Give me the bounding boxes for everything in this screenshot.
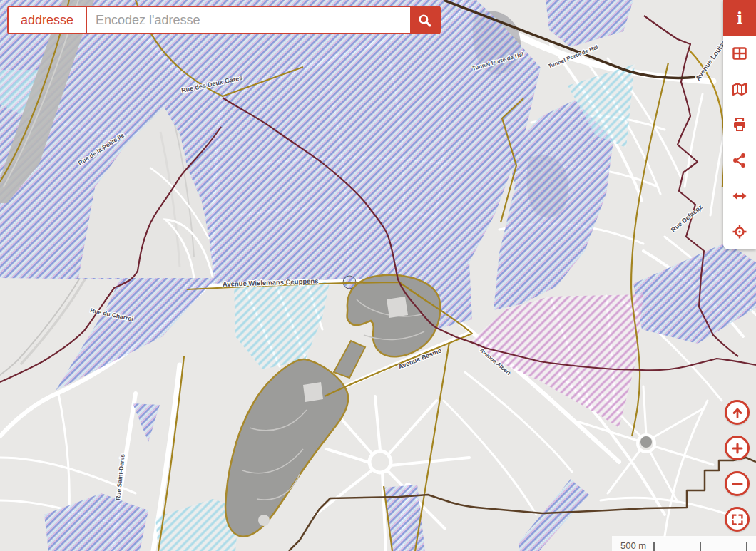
- toolbar-share-button[interactable]: [723, 143, 756, 178]
- toolbar-map-button[interactable]: [723, 71, 756, 107]
- map-app: { "app": { "accent_red": "#cf3f2e", "map…: [0, 0, 756, 551]
- fullscreen-icon: [730, 512, 745, 527]
- fullscreen-button[interactable]: [725, 507, 750, 532]
- locate-icon: [731, 223, 748, 240]
- map-zoom-controls: [725, 400, 750, 542]
- search-icon: [417, 13, 432, 28]
- pan-up-button[interactable]: [725, 400, 750, 425]
- plus-icon: [730, 441, 745, 456]
- swap-horizontal-icon: [731, 187, 748, 205]
- table-icon: [731, 45, 748, 62]
- map-icon: [731, 81, 748, 98]
- map-canvas[interactable]: Rue des Deux Gares Rue de la Petite Ile …: [0, 0, 756, 551]
- search-button[interactable]: [410, 7, 439, 33]
- search-category-label: addresse: [9, 7, 87, 33]
- scale-bar-label: 500 m: [620, 540, 646, 551]
- svg-text:i: i: [737, 9, 742, 27]
- share-icon: [731, 152, 748, 169]
- toolbar-locate-button[interactable]: [723, 214, 756, 249]
- zoom-out-button[interactable]: [725, 471, 750, 496]
- toolbar-info-button[interactable]: i: [723, 0, 756, 36]
- toolbar-table-button[interactable]: [723, 36, 756, 71]
- roundabout-blob: [640, 436, 652, 448]
- info-icon: i: [730, 9, 749, 27]
- toolbar-print-button[interactable]: [723, 107, 756, 143]
- minus-icon: [730, 476, 745, 492]
- print-icon: [731, 116, 748, 133]
- zoom-in-button[interactable]: [725, 436, 750, 460]
- address-search-input[interactable]: [87, 7, 410, 33]
- map-toolbar: i: [723, 0, 756, 249]
- arrow-up-icon: [730, 405, 745, 421]
- toolbar-swap-button[interactable]: [723, 178, 756, 214]
- address-search-bar: addresse: [7, 6, 441, 34]
